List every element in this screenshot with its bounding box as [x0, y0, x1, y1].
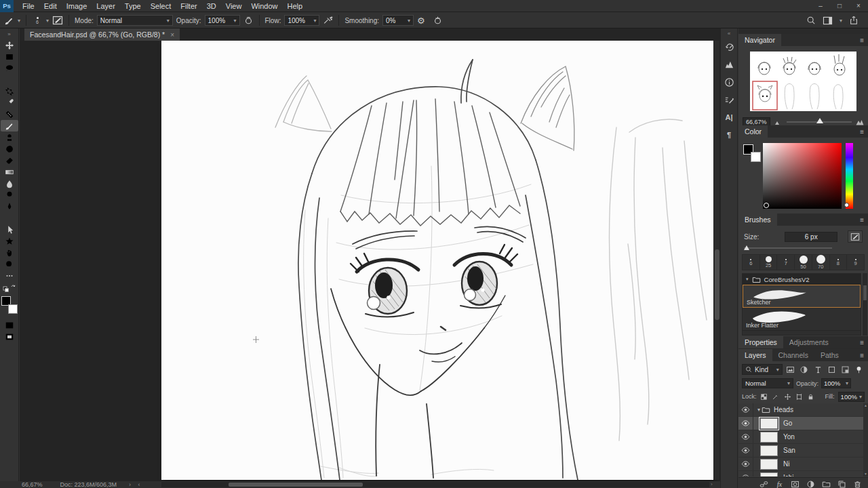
- tab-layers[interactable]: Layers: [738, 349, 772, 361]
- lasso-tool[interactable]: [1, 62, 18, 74]
- menu-select[interactable]: Select: [146, 0, 176, 12]
- layer-thumbnail[interactable]: [760, 418, 778, 429]
- paragraph-panel-icon[interactable]: ¶: [721, 126, 737, 144]
- filter-adjustment-layers-icon[interactable]: [799, 364, 810, 375]
- smoothing-field[interactable]: 0% ▾: [382, 15, 414, 26]
- vertical-scrollbar[interactable]: [713, 41, 719, 480]
- navigator-thumbnail[interactable]: [750, 52, 856, 111]
- navigator-panel-menu-icon[interactable]: ≡: [860, 37, 864, 44]
- group-expander-caret[interactable]: ▾: [757, 407, 760, 413]
- opacity-pressure-icon[interactable]: [243, 16, 254, 25]
- layer-thumbnail[interactable]: [760, 472, 778, 477]
- smoothing-options-gear-icon[interactable]: ⚙: [417, 16, 425, 26]
- delete-layer-trash-icon[interactable]: [852, 479, 863, 488]
- filter-shape-layers-icon[interactable]: [826, 364, 837, 375]
- brush-folder-row[interactable]: ▾ CoreBrushesV2: [743, 274, 861, 285]
- layers-panel-menu-icon[interactable]: ≡: [860, 352, 864, 359]
- blend-mode-select[interactable]: Normal ▾: [742, 378, 793, 388]
- tab-adjustments[interactable]: Adjustments: [783, 336, 835, 348]
- menu-image[interactable]: Image: [62, 0, 92, 12]
- color-background-swatch[interactable]: [751, 152, 761, 162]
- type-tool[interactable]: [1, 212, 18, 224]
- brush-list-scrollbar-thumb[interactable]: [863, 285, 867, 300]
- navigator-tab[interactable]: Navigator: [738, 34, 781, 46]
- link-layers-icon[interactable]: [759, 479, 769, 488]
- brush-preset-8[interactable]: 8: [830, 255, 848, 270]
- history-panel-icon[interactable]: [721, 38, 737, 56]
- toolbar-collapse-icon[interactable]: »: [7, 28, 10, 39]
- layer-thumbnail[interactable]: [760, 445, 778, 456]
- add-layer-mask-icon[interactable]: [790, 479, 800, 488]
- brush-preset-7[interactable]: 7: [777, 255, 795, 270]
- brush-item-sketcher[interactable]: Sketcher: [743, 285, 861, 308]
- filter-pin-icon[interactable]: [854, 364, 865, 375]
- gradient-tool[interactable]: [1, 166, 18, 178]
- brush-preset-50[interactable]: 50: [795, 255, 812, 270]
- menu-window[interactable]: Window: [246, 0, 282, 12]
- layer-row-san[interactable]: San: [738, 444, 868, 458]
- zoom-in-mountain-icon[interactable]: [856, 119, 864, 125]
- brush-settings-panel-icon[interactable]: [721, 91, 737, 108]
- status-zoom-field[interactable]: 66,67%: [22, 481, 43, 488]
- layer-effects-fx-button[interactable]: fx: [774, 479, 785, 488]
- layers-opacity-field[interactable]: 100% ▾: [821, 378, 851, 388]
- document-tab[interactable]: FacesandHair.psd @ 66,7% (Go, RGB/8) * ×: [24, 28, 180, 41]
- minimize-button[interactable]: –: [811, 0, 830, 12]
- info-panel-icon[interactable]: [721, 73, 737, 91]
- menu-type[interactable]: Type: [120, 0, 146, 12]
- tab-properties[interactable]: Properties: [738, 336, 783, 348]
- airbrush-icon[interactable]: [323, 16, 333, 25]
- histogram-panel-icon[interactable]: [721, 56, 737, 73]
- brush-tool-preset-icon[interactable]: [4, 16, 14, 26]
- menu-view[interactable]: View: [221, 0, 247, 12]
- menu-edit[interactable]: Edit: [39, 0, 62, 12]
- brushes-panel-menu-icon[interactable]: ≡: [860, 216, 864, 224]
- lock-position-icon[interactable]: [783, 392, 791, 401]
- zoom-tool[interactable]: [1, 258, 18, 270]
- fill-field[interactable]: 100% ▾: [838, 392, 865, 402]
- brushes-tab[interactable]: Brushes: [738, 214, 777, 226]
- background-color-swatch[interactable]: [8, 304, 18, 314]
- default-swap-colors-icon[interactable]: [3, 284, 16, 292]
- horizontal-scrollbar-thumb[interactable]: [229, 483, 363, 487]
- share-icon[interactable]: [849, 16, 859, 25]
- layers-scroll-down-arrow[interactable]: ▼: [864, 472, 867, 476]
- brush-preset-6[interactable]: 6: [743, 255, 760, 270]
- visibility-eye-icon[interactable]: [738, 417, 753, 430]
- hand-tool[interactable]: [1, 247, 18, 258]
- vertical-scrollbar-thumb[interactable]: [715, 249, 719, 320]
- visibility-eye-icon[interactable]: [738, 471, 753, 476]
- restore-button[interactable]: □: [830, 0, 849, 12]
- mode-select[interactable]: Normal ▾: [97, 15, 173, 26]
- close-button[interactable]: ×: [849, 0, 868, 12]
- document-tab-close-icon[interactable]: ×: [170, 31, 174, 39]
- filter-smart-objects-icon[interactable]: [840, 364, 851, 375]
- hue-strip[interactable]: [846, 143, 853, 209]
- dodge-tool[interactable]: [1, 189, 18, 201]
- layer-thumbnail[interactable]: [760, 432, 778, 443]
- lock-all-icon[interactable]: [806, 392, 814, 401]
- layer-row-yon[interactable]: Yon: [738, 430, 868, 444]
- navigator-zoom-slider-thumb[interactable]: [816, 118, 823, 123]
- eraser-tool[interactable]: [1, 155, 18, 166]
- brush-stroke-preview-button[interactable]: [848, 230, 863, 243]
- layer-row-go[interactable]: Go: [738, 417, 868, 430]
- brush-size-slider-thumb[interactable]: [744, 245, 749, 250]
- shape-tool[interactable]: [1, 235, 18, 247]
- zoom-out-mountain-icon[interactable]: [774, 119, 783, 125]
- brush-tool[interactable]: [1, 120, 18, 131]
- brush-preview-caret[interactable]: ▾: [46, 18, 49, 24]
- clone-stamp-tool[interactable]: [1, 131, 18, 143]
- brush-preview-button[interactable]: 6: [32, 17, 43, 24]
- pen-tool[interactable]: [1, 201, 18, 212]
- tab-paths[interactable]: Paths: [814, 349, 845, 361]
- brush-size-field[interactable]: 6 px: [785, 232, 837, 242]
- workspace-caret[interactable]: ▾: [840, 18, 842, 24]
- tab-channels[interactable]: Channels: [772, 349, 814, 361]
- search-icon[interactable]: [806, 16, 816, 25]
- blur-tool[interactable]: [1, 178, 18, 189]
- spot-healing-brush-tool[interactable]: [1, 108, 18, 120]
- toggle-brush-settings-icon[interactable]: [52, 16, 63, 25]
- character-panel-icon[interactable]: A|: [721, 108, 737, 126]
- marquee-tool[interactable]: [1, 51, 18, 62]
